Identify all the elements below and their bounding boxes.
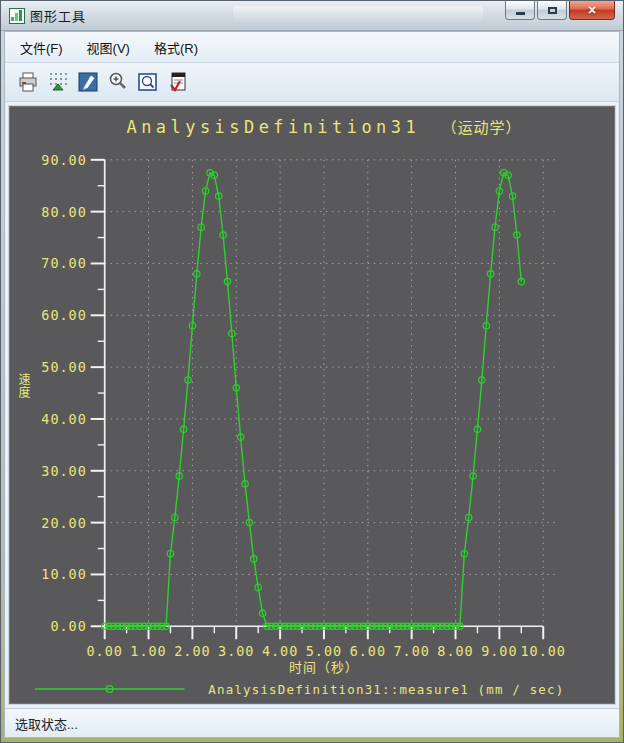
point-display-icon	[46, 70, 70, 94]
svg-text:1.00: 1.00	[130, 644, 166, 659]
status-text: 选取状态...	[15, 714, 78, 733]
svg-text:90.00: 90.00	[41, 153, 86, 168]
window-controls: ×	[503, 1, 615, 20]
minimize-icon	[516, 12, 525, 15]
axis-ticks	[91, 160, 544, 639]
y-tick-labels: 0.0010.0020.0030.0040.0050.0060.0070.008…	[41, 153, 86, 634]
close-button[interactable]: ×	[569, 1, 615, 20]
toolbar	[5, 63, 619, 102]
x-tick-labels: 0.001.002.003.004.005.006.007.008.009.00…	[87, 644, 566, 659]
svg-text:9.00: 9.00	[481, 644, 517, 659]
refit-icon	[136, 70, 160, 94]
print-icon	[16, 70, 40, 94]
svg-text:40.00: 40.00	[41, 412, 86, 427]
graph-tool-app-icon	[9, 8, 25, 24]
svg-text:4.00: 4.00	[262, 644, 298, 659]
point-display-button[interactable]	[43, 67, 72, 97]
menu-format[interactable]: 格式(R)	[145, 34, 207, 61]
svg-text:70.00: 70.00	[41, 256, 86, 271]
data-curve[interactable]	[105, 173, 522, 626]
svg-text:8.00: 8.00	[437, 644, 473, 659]
minimize-button[interactable]	[505, 1, 535, 20]
graph-options-button[interactable]	[163, 67, 192, 97]
edit-graph-button[interactable]	[73, 67, 102, 97]
graph-tool-window: 图形工具 × 文件(F) 视图(V) 格式(R)	[0, 0, 624, 743]
data-markers	[101, 170, 524, 630]
svg-text:2.00: 2.00	[174, 644, 210, 659]
graph-options-icon	[166, 70, 190, 94]
svg-text:50.00: 50.00	[41, 360, 86, 375]
svg-text:80.00: 80.00	[41, 205, 86, 220]
chart-title: AnalysisDefinition31 （运动学）	[127, 117, 522, 137]
titlebar-sheen	[233, 6, 483, 25]
svg-text:10.00: 10.00	[41, 567, 86, 582]
menu-file[interactable]: 文件(F)	[11, 34, 72, 61]
edit-graph-icon	[76, 70, 100, 94]
svg-text:5.00: 5.00	[306, 644, 342, 659]
svg-text:30.00: 30.00	[41, 464, 86, 479]
svg-text:10.00: 10.00	[521, 644, 566, 659]
svg-text:0.00: 0.00	[87, 644, 123, 659]
statusbar: 选取状态...	[5, 708, 619, 738]
legend-label: AnalysisDefinition31::measure1 (mm / sec…	[208, 682, 564, 697]
y-axis-title: 速度	[16, 373, 30, 399]
menubar: 文件(F) 视图(V) 格式(R)	[5, 32, 619, 63]
maximize-button[interactable]	[537, 1, 567, 20]
svg-text:20.00: 20.00	[41, 516, 86, 531]
titlebar[interactable]: 图形工具 ×	[1, 1, 623, 31]
maximize-icon	[548, 7, 557, 14]
svg-text:7.00: 7.00	[393, 644, 429, 659]
chart-canvas[interactable]: 0.001.002.003.004.005.006.007.008.009.00…	[9, 106, 615, 704]
x-axis-title: 时间（秒）	[289, 660, 359, 675]
svg-text:6.00: 6.00	[350, 644, 386, 659]
legend: AnalysisDefinition31::measure1 (mm / sec…	[35, 682, 564, 697]
chart-outer: 0.001.002.003.004.005.006.007.008.009.00…	[5, 102, 619, 708]
svg-text:60.00: 60.00	[41, 308, 86, 323]
svg-text:3.00: 3.00	[218, 644, 254, 659]
window-title: 图形工具	[30, 6, 86, 25]
svg-text:0.00: 0.00	[50, 619, 86, 634]
client-area: 文件(F) 视图(V) 格式(R)	[4, 31, 620, 738]
menu-view[interactable]: 视图(V)	[78, 34, 139, 61]
zoom-in-button[interactable]	[103, 67, 132, 97]
close-icon: ×	[588, 3, 596, 17]
chart-panel: 0.001.002.003.004.005.006.007.008.009.00…	[8, 105, 616, 705]
zoom-in-icon	[106, 70, 130, 94]
refit-button[interactable]	[133, 67, 162, 97]
print-button[interactable]	[13, 67, 42, 97]
